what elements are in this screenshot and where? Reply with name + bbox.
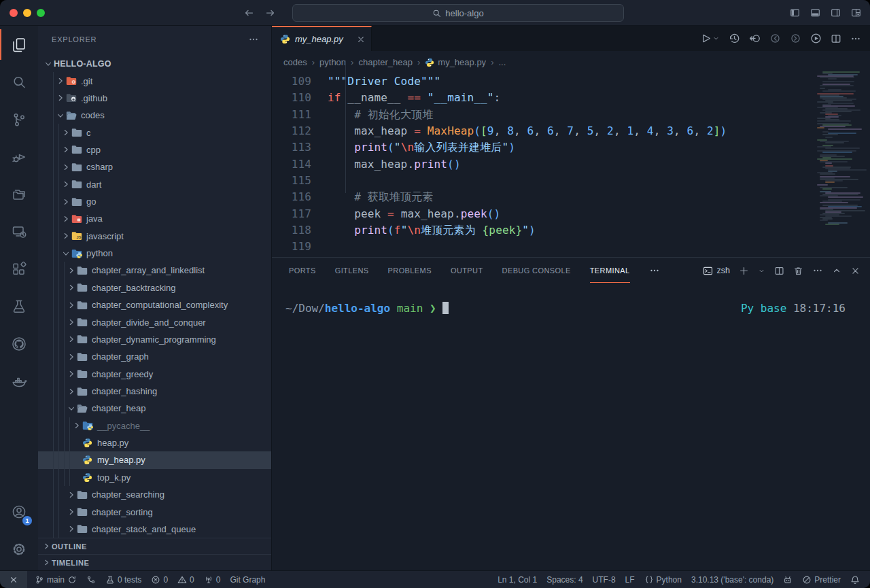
panel-tab-terminal[interactable]: TERMINAL xyxy=(590,258,630,283)
ellipsis-icon[interactable] xyxy=(850,33,861,44)
tree-item-cpp[interactable]: cpp xyxy=(38,141,271,158)
minimize-window-button[interactable] xyxy=(23,9,31,17)
status-0[interactable]: 0 xyxy=(146,571,173,588)
status-ln-1-col-1[interactable]: Ln 1, Col 1 xyxy=(493,571,542,588)
more-actions-icon[interactable] xyxy=(248,34,259,45)
breadcrumb-chapter_heap[interactable]: chapter_heap xyxy=(358,57,413,67)
code-line-118[interactable]: 118 print(f"\n堆顶元素为 {peek}") xyxy=(272,222,812,239)
tree-item-my-heap-py[interactable]: my_heap.py xyxy=(38,451,271,468)
code-line-112[interactable]: 112 max_heap = MaxHeap([9, 8, 6, 6, 7, 5… xyxy=(272,123,812,139)
arrow-left-icon[interactable] xyxy=(243,7,254,18)
circle-next-icon[interactable] xyxy=(790,33,801,44)
minimap[interactable] xyxy=(817,71,866,229)
status-gitgraph[interactable] xyxy=(82,571,101,588)
tree-item-chapter-divide-and-conquer[interactable]: chapter_divide_and_conquer xyxy=(38,313,271,330)
tree-item-chapter-heap[interactable]: chapter_heap xyxy=(38,400,271,417)
compare-icon[interactable] xyxy=(749,33,761,44)
panel-tab-debug-console[interactable]: DEBUG CONSOLE xyxy=(502,258,571,283)
tree-item-dart[interactable]: dart xyxy=(38,176,271,193)
code-line-116[interactable]: 116 # 获取堆顶元素 xyxy=(272,189,812,205)
code-line-111[interactable]: 111 # 初始化大顶堆 xyxy=(272,107,812,123)
status-git-graph[interactable]: Git Graph xyxy=(225,571,270,588)
remote-indicator[interactable] xyxy=(0,571,27,588)
tree-item--github[interactable]: .github xyxy=(38,90,271,107)
layout-grid-icon[interactable] xyxy=(851,7,861,18)
terminal[interactable]: ~/Dow/hello-algo main ❯ Py base 18:17:16 xyxy=(272,283,870,316)
split-icon[interactable] xyxy=(831,33,841,44)
tree-item-heap-py[interactable]: heap.py xyxy=(38,434,271,451)
status-0[interactable]: 0 xyxy=(173,571,199,588)
tree-item-python[interactable]: python xyxy=(38,245,271,262)
layout-right-icon[interactable] xyxy=(831,7,841,18)
tree-item-chapter-sorting[interactable]: chapter_sorting xyxy=(38,503,271,520)
tree-item-c[interactable]: c xyxy=(38,124,271,141)
section-outline[interactable]: OUTLINE xyxy=(38,538,271,554)
status-prettier[interactable]: Prettier xyxy=(797,571,846,588)
tree-item-chapter-computational-complexity[interactable]: chapter_computational_complexity xyxy=(38,296,271,313)
code-line-119[interactable]: 119 xyxy=(272,239,812,255)
tree-item-hello-algo[interactable]: HELLO-ALGO xyxy=(38,55,271,72)
tree-item-top-k-py[interactable]: top_k.py xyxy=(38,469,271,486)
code-line-109[interactable]: 109"""Driver Code""" xyxy=(272,73,812,90)
activitybar-explorer[interactable] xyxy=(0,26,38,63)
tree-item-chapter-array-and-linkedlist[interactable]: chapter_array_and_linkedlist xyxy=(38,262,271,279)
activitybar-settings[interactable] xyxy=(0,530,38,568)
status-utf-8[interactable]: UTF-8 xyxy=(588,571,621,588)
activitybar-extensions[interactable] xyxy=(0,250,38,288)
forward-icon[interactable] xyxy=(265,7,276,18)
close-icon[interactable] xyxy=(356,35,366,44)
tree-item-javascript[interactable]: JSjavascript xyxy=(38,228,271,245)
code-line-114[interactable]: 114 max_heap.print() xyxy=(272,156,812,173)
tree-item-chapter-greedy[interactable]: chapter_greedy xyxy=(38,365,271,382)
status-lf[interactable]: LF xyxy=(621,571,640,588)
run-python-file-button[interactable] xyxy=(699,33,720,44)
code-line-115[interactable]: 115 xyxy=(272,173,812,189)
zoom-window-button[interactable] xyxy=(37,9,45,17)
activitybar-docker[interactable] xyxy=(0,362,38,400)
tree-item-chapter-searching[interactable]: chapter_searching xyxy=(38,486,271,503)
chev-up-icon[interactable] xyxy=(832,266,841,275)
tree-item-java[interactable]: java xyxy=(38,210,271,227)
status-robot[interactable] xyxy=(778,571,797,588)
breadcrumb-codes[interactable]: codes xyxy=(283,57,307,67)
tree-item-go[interactable]: go xyxy=(38,193,271,210)
tree-item-chapter-dynamic-programming[interactable]: chapter_dynamic_programming xyxy=(38,331,271,348)
code-line-110[interactable]: 110if __name__ == "__main__": xyxy=(272,90,812,106)
code-line-117[interactable]: 117 peek = max_heap.peek() xyxy=(272,206,812,222)
layout-bottom-icon[interactable] xyxy=(810,7,820,18)
panel-tab-gitlens[interactable]: GITLENS xyxy=(335,258,369,283)
panel-tab-ports[interactable]: PORTS xyxy=(289,258,316,283)
close-window-button[interactable] xyxy=(10,9,18,17)
tree-item-chapter-stack-and-queue[interactable]: chapter_stack_and_queue xyxy=(38,521,271,538)
status-0-tests[interactable]: 0 tests xyxy=(101,571,146,588)
ellipsis-icon[interactable] xyxy=(649,265,660,276)
activitybar-testing[interactable] xyxy=(0,288,38,325)
status-python[interactable]: Python xyxy=(640,571,686,588)
status-3-10-13-base-conda-[interactable]: 3.10.13 ('base': conda) xyxy=(686,571,778,588)
ellipsis-icon[interactable] xyxy=(248,34,259,45)
breadcrumb-file[interactable]: my_heap.py xyxy=(425,57,486,67)
code-editor[interactable]: 109"""Driver Code"""110if __name__ == "_… xyxy=(272,73,812,256)
tree-item--git[interactable]: .git xyxy=(38,72,271,89)
plus-icon[interactable] xyxy=(739,266,749,276)
tree-item-chapter-graph[interactable]: chapter_graph xyxy=(38,348,271,365)
trash-icon[interactable] xyxy=(793,266,803,276)
tree-item-chapter-backtracking[interactable]: chapter_backtracking xyxy=(38,279,271,296)
tree-item-chapter-hashing[interactable]: chapter_hashing xyxy=(38,383,271,400)
arrow-right-icon[interactable] xyxy=(265,7,276,18)
command-center-search[interactable]: hello-algo xyxy=(292,4,624,22)
terminal-instance[interactable]: zsh xyxy=(703,266,730,276)
tab-my-heap[interactable]: my_heap.py xyxy=(272,26,372,51)
tree-item-codes[interactable]: codes xyxy=(38,107,271,124)
breadcrumb-symbol[interactable]: ... xyxy=(498,57,506,67)
circle-prev-icon[interactable] xyxy=(769,33,781,44)
status-bell[interactable] xyxy=(846,571,865,588)
status-main[interactable]: main xyxy=(30,571,82,588)
activitybar-run-debug[interactable] xyxy=(0,138,38,175)
code-line-113[interactable]: 113 print("\n输入列表并建堆后") xyxy=(272,139,812,156)
close-icon[interactable] xyxy=(850,266,860,276)
run-circle-icon[interactable] xyxy=(810,33,822,44)
split-icon[interactable] xyxy=(774,266,784,276)
chev-sm-icon[interactable] xyxy=(758,267,765,275)
tree-item-csharp[interactable]: csharp xyxy=(38,158,271,175)
